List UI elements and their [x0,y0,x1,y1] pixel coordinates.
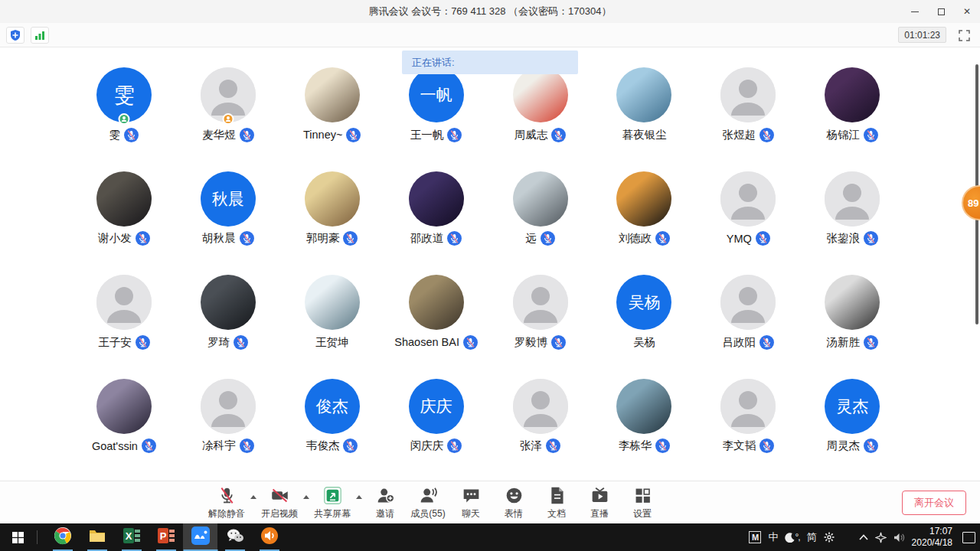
toolbar-video-caret[interactable] [301,483,311,523]
toolbar-share-label: 共享屏幕 [314,507,351,520]
participant-name: 李栋华 [619,439,652,453]
ime-lang-indicator[interactable]: 中 [768,530,778,544]
participant-tile[interactable]: 张煜超 [696,58,800,162]
participant-name-row: 李文韬 [723,439,775,454]
toolbar-invite-label: 邀请 [376,507,394,520]
toolbar-unmute-button[interactable]: 解除静音 [205,483,248,523]
share-icon [323,485,342,506]
avatar [409,275,464,330]
toolbar-invite-button[interactable]: 邀请 [364,483,407,523]
muted-mic-icon [760,439,774,453]
participant-name-row: 周威志 [514,127,567,142]
toolbar-share-button[interactable]: 共享屏幕 [311,483,354,523]
muted-mic-icon [864,439,878,453]
floating-badge[interactable]: 89 [962,185,980,220]
participant-name-row: 闵庆庆 [410,439,462,454]
muted-mic-icon [240,128,254,142]
participant-name-row: 周灵杰 [826,439,878,454]
toolbar-members-button[interactable]: 成员(55) [407,483,449,523]
toolbar-settings-button[interactable]: 设置 [621,483,664,523]
participant-grid: 雯雯麦华煜Tinney~一帆王一帆周威志暮夜银尘张煜超杨锦江谢小发秋晨胡秋晨郭明… [72,58,904,473]
muted-mic-icon [447,439,462,453]
taskbar-clock[interactable]: 17:07 2020/4/18 [912,526,952,549]
airplane-icon[interactable] [875,532,887,543]
fullscreen-icon[interactable] [956,27,972,44]
taskbar-app-meeting[interactable] [183,523,217,551]
avatar [825,275,880,330]
participant-tile[interactable]: 邵政道 [384,162,488,266]
ime-simplified-indicator[interactable]: 简 [807,530,817,544]
moon-icon[interactable]: °, [785,532,799,543]
toolbar-live-button[interactable]: 直播 [578,483,621,523]
participant-tile[interactable]: 王贺坤 [280,266,384,370]
gear-icon[interactable] [824,532,835,543]
participant-tile[interactable]: 秋晨胡秋晨 [176,162,280,266]
network-signal-icon[interactable] [31,27,49,44]
leave-meeting-button[interactable]: 离开会议 [902,491,966,515]
taskbar-app-excel[interactable]: X [114,523,149,551]
participant-name: 杨锦江 [826,128,860,142]
participant-tile[interactable]: 刘德政 [592,162,696,266]
close-button[interactable]: ✕ [954,0,980,23]
participant-tile[interactable]: Goat'ssin [72,370,176,474]
participant-name: 麦华煜 [202,128,236,142]
participant-tile[interactable]: 王子安 [72,266,176,370]
taskbar-divider [37,530,38,544]
participant-tile[interactable]: 郭明豪 [280,162,384,266]
participant-tile[interactable]: 远 [488,162,593,266]
muted-mic-icon [343,439,358,453]
participant-tile[interactable]: 李栋华 [592,370,696,474]
participant-tile[interactable]: 吕政阳 [696,266,800,370]
participant-tile[interactable]: 暮夜银尘 [592,58,696,162]
volume-icon[interactable] [893,533,905,543]
participant-name: 谢小发 [98,231,132,246]
action-center-icon[interactable] [962,532,975,543]
participant-tile[interactable]: 罗琦 [176,266,280,370]
ime-sogou-icon[interactable]: M [749,531,761,543]
powerpoint-icon: P [157,527,175,548]
taskbar-app-speaker[interactable] [252,523,286,551]
participant-tile[interactable]: 杨锦江 [800,58,904,162]
chrome-icon [54,527,72,548]
participant-tile[interactable]: YMQ [696,162,800,266]
taskbar-app-explorer[interactable] [80,523,114,551]
participant-tile[interactable]: 谢小发 [72,162,176,266]
taskbar-app-powerpoint[interactable]: P [149,523,183,551]
toolbar-emoji-button[interactable]: 表情 [492,483,535,523]
participant-tile[interactable]: 李文韬 [696,370,800,474]
doc-icon [547,485,567,506]
maximize-button[interactable] [928,0,954,23]
minimize-button[interactable] [902,0,928,23]
participant-name-row: 郭明豪 [306,231,358,246]
avatar: 吴杨 [616,275,671,330]
participant-name-row: 韦俊杰 [306,439,358,454]
toolbar-unmute-caret[interactable] [248,483,258,523]
svg-text:X: X [125,530,132,542]
participant-tile[interactable]: 灵杰周灵杰 [800,370,904,474]
participant-tile[interactable]: 俊杰韦俊杰 [280,370,384,474]
hidden-icons-chevron[interactable] [859,534,868,540]
muted-mic-icon [546,439,560,453]
start-button[interactable] [0,523,35,551]
participant-tile[interactable]: 张鋆浪 [800,162,904,266]
toolbar-chat-button[interactable]: 聊天 [449,483,492,523]
security-shield-icon[interactable] [6,27,24,44]
taskbar-app-wechat[interactable] [217,523,252,551]
participant-tile[interactable]: 罗毅博 [488,266,593,370]
toolbar-video-button[interactable]: 开启视频 [258,483,301,523]
participant-tile[interactable]: 吴杨吴杨 [592,266,696,370]
participant-tile[interactable]: Tinney~ [280,58,384,162]
participant-tile[interactable]: 庆庆闵庆庆 [384,370,488,474]
toolbar-docs-button[interactable]: 文档 [535,483,578,523]
participant-tile[interactable]: 雯雯 [72,58,176,162]
participant-tile[interactable]: Shaosen BAI [384,266,488,370]
participant-name: 闵庆庆 [410,439,444,453]
participant-tile[interactable]: 张泽 [488,370,593,474]
participant-tile[interactable]: 凃科宇 [176,370,280,474]
participant-name-row: 暮夜银尘 [622,127,666,142]
taskbar-app-chrome[interactable] [45,523,80,551]
emoji-icon [505,485,524,506]
toolbar-share-caret[interactable] [354,483,364,523]
participant-tile[interactable]: 麦华煜 [176,58,280,162]
participant-tile[interactable]: 汤新胜 [800,266,904,370]
